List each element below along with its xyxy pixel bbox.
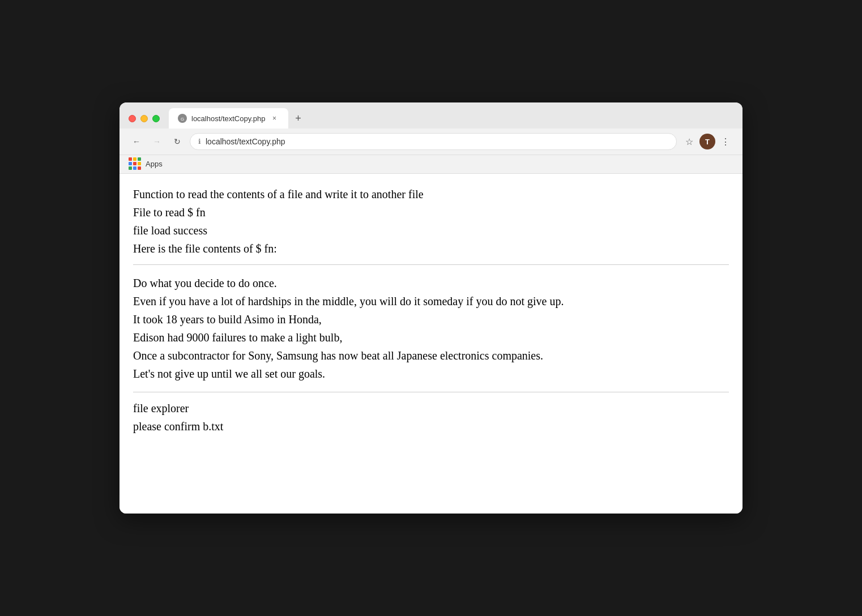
title-bar: G localhost/textCopy.php × + bbox=[120, 102, 742, 129]
tab-close-button[interactable]: × bbox=[270, 114, 279, 123]
apps-grid-dot-0 bbox=[129, 157, 132, 161]
content-line-2-4: Edison had 9000 failures to make a light… bbox=[133, 328, 729, 346]
bookmarks-bar: Apps bbox=[120, 155, 742, 174]
traffic-lights bbox=[129, 115, 160, 122]
apps-grid-icon bbox=[129, 157, 141, 170]
content-line-1-2: File to read $ fn bbox=[133, 203, 729, 221]
user-avatar[interactable]: T bbox=[699, 134, 715, 149]
new-tab-button[interactable]: + bbox=[291, 110, 306, 126]
divider-1 bbox=[133, 264, 729, 265]
section-1: Function to read the contents of a file … bbox=[133, 185, 729, 258]
refresh-button[interactable]: ↻ bbox=[169, 134, 185, 149]
content-line-2-2: Even if you have a lot of hardships in t… bbox=[133, 292, 729, 310]
apps-grid-dot-6 bbox=[129, 166, 132, 170]
browser-window: G localhost/textCopy.php × + ← → ↻ ℹ loc… bbox=[120, 102, 742, 514]
content-line-2-6: Let's not give up until we all set our g… bbox=[133, 365, 729, 383]
nav-bar: ← → ↻ ℹ localhost/textCopy.php ☆ T ⋮ bbox=[120, 129, 742, 155]
apps-grid-dot-1 bbox=[133, 157, 136, 161]
apps-grid-dot-3 bbox=[129, 162, 132, 165]
url-display: localhost/textCopy.php bbox=[206, 137, 668, 146]
content-line-1-3: file load success bbox=[133, 221, 729, 239]
content-line-3-2: please confirm b.txt bbox=[133, 417, 729, 435]
svg-text:G: G bbox=[181, 117, 184, 122]
divider-2 bbox=[133, 392, 729, 392]
tab-title: localhost/textCopy.php bbox=[191, 114, 266, 123]
content-line-1-1: Function to read the contents of a file … bbox=[133, 185, 729, 203]
close-button[interactable] bbox=[129, 115, 136, 122]
apps-grid-dot-8 bbox=[138, 166, 141, 170]
tab-favicon: G bbox=[178, 114, 187, 123]
active-tab[interactable]: G localhost/textCopy.php × bbox=[169, 108, 288, 129]
content-line-2-1: Do what you decide to do once. bbox=[133, 274, 729, 292]
tab-bar: G localhost/textCopy.php × + bbox=[169, 108, 733, 129]
apps-grid-dot-5 bbox=[138, 162, 141, 165]
nav-actions: ☆ T ⋮ bbox=[681, 134, 733, 149]
content-line-1-4: Here is the file contents of $ fn: bbox=[133, 239, 729, 258]
apps-grid-dot-2 bbox=[138, 157, 141, 161]
bookmark-button[interactable]: ☆ bbox=[681, 134, 697, 149]
back-button[interactable]: ← bbox=[129, 134, 144, 149]
apps-grid-dot-7 bbox=[133, 166, 136, 170]
forward-button[interactable]: → bbox=[149, 134, 165, 149]
more-button[interactable]: ⋮ bbox=[718, 134, 733, 149]
maximize-button[interactable] bbox=[152, 115, 160, 122]
page-content: Function to read the contents of a file … bbox=[120, 174, 742, 514]
section-2: Do what you decide to do once. Even if y… bbox=[133, 274, 729, 383]
content-line-2-3: It took 18 years to build Asimo in Honda… bbox=[133, 310, 729, 328]
apps-label[interactable]: Apps bbox=[146, 160, 163, 168]
apps-grid-dot-4 bbox=[133, 162, 136, 165]
content-line-2-5: Once a subcontractor for Sony, Samsung h… bbox=[133, 346, 729, 365]
content-line-3-1: file explorer bbox=[133, 399, 729, 417]
address-bar[interactable]: ℹ localhost/textCopy.php bbox=[190, 133, 677, 150]
minimize-button[interactable] bbox=[140, 115, 148, 122]
info-icon: ℹ bbox=[198, 138, 201, 146]
section-3: file explorer please confirm b.txt bbox=[133, 399, 729, 435]
